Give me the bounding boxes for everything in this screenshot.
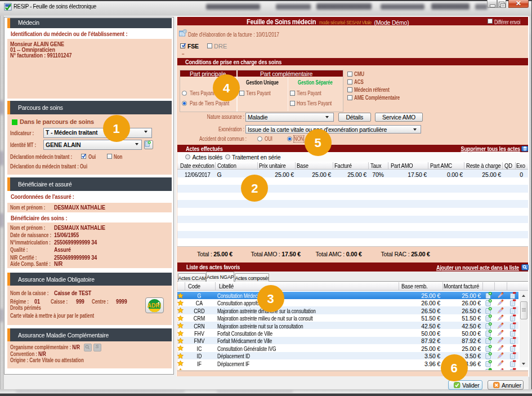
svg-text:ADRi: ADRi xyxy=(147,302,162,308)
